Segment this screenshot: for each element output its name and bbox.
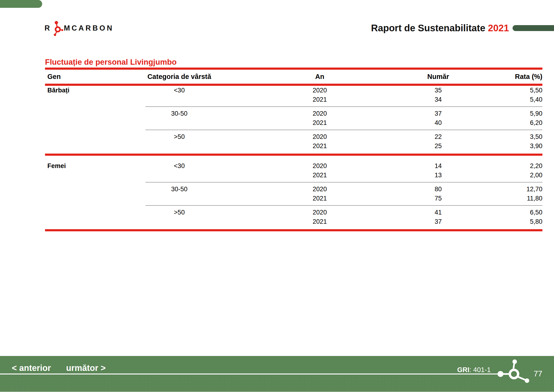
cell-an: 2021 [213, 172, 426, 179]
romcarbon-logo: R MCARBON [45, 20, 114, 36]
column-header-rata: Rata (%) [450, 73, 542, 81]
personnel-fluctuation-table: Fluctuație de personal Livingjumbo Gen C… [45, 58, 542, 231]
table-row: >50 2020 22 3,50 [45, 132, 542, 141]
gri-reference: GRI: 401-1 [457, 366, 491, 374]
column-header-gen: Gen [45, 73, 145, 81]
cell-an: 2021 [213, 142, 426, 150]
cell-an: 2021 [213, 218, 426, 225]
report-page: R MCARBON Raport de Sustenabilitate 2021… [0, 0, 554, 392]
molecule-icon [52, 20, 63, 36]
cell-numar: 13 [426, 172, 450, 179]
cell-category: <30 [145, 87, 213, 94]
table-row: 2021 34 5,40 [45, 95, 542, 104]
table-row: Bărbați <30 2020 35 5,50 [45, 86, 542, 95]
cell-numar: 80 [426, 186, 450, 193]
table-title: Fluctuație de personal Livingjumbo [45, 58, 542, 67]
footer-divider-line [0, 373, 500, 374]
cell-numar: 25 [426, 142, 450, 150]
cell-rata: 5,40 [450, 96, 542, 103]
footer-nav: < anterior următor > [12, 363, 106, 373]
cell-numar: 40 [426, 119, 450, 126]
cell-an: 2020 [213, 110, 426, 117]
header-right: Raport de Sustenabilitate 2021 [371, 22, 554, 34]
page-number: 77 [534, 369, 542, 378]
group-separator [45, 180, 542, 185]
cell-an: 2020 [213, 87, 426, 94]
footer-texture [0, 375, 554, 392]
cell-an: 2021 [213, 96, 426, 103]
cell-category: 30-50 [145, 110, 213, 117]
next-page-link[interactable]: următor > [66, 363, 106, 373]
table-row: 2021 37 5,80 [45, 217, 542, 226]
group-separator [45, 104, 542, 109]
cell-rata: 6,50 [450, 209, 542, 216]
column-header-an: An [213, 73, 426, 81]
cell-an: 2020 [213, 209, 426, 216]
cell-numar: 35 [426, 87, 450, 94]
logo-text-suffix: MCARBON [64, 24, 114, 33]
table-row: 2021 40 6,20 [45, 118, 542, 127]
table-row: 30-50 2020 37 5,90 [45, 109, 542, 118]
gri-label: GRI [457, 366, 470, 373]
cell-rata: 2,00 [450, 172, 542, 179]
table-row: 2021 25 3,90 [45, 141, 542, 151]
cell-gen: Femei [45, 162, 145, 170]
table-header-row: Gen Categoria de vârstă An Număr Rata (%… [45, 70, 542, 84]
cell-category: <30 [145, 162, 213, 170]
table-row: 2021 75 11,80 [45, 194, 542, 203]
cell-numar: 34 [426, 96, 450, 103]
cell-numar: 37 [426, 218, 450, 225]
cell-rata: 5,80 [450, 218, 542, 225]
cell-an: 2021 [213, 119, 426, 126]
report-year: 2021 [488, 23, 509, 33]
footer: < anterior următor > GRI: 401-1 77 [0, 356, 554, 392]
header-right-green-bar [512, 25, 554, 31]
cell-an: 2020 [213, 186, 426, 193]
cell-an: 2020 [213, 133, 426, 140]
cell-numar: 75 [426, 195, 450, 202]
cell-numar: 41 [426, 209, 450, 216]
cell-numar: 37 [426, 110, 450, 117]
cell-category: 30-50 [145, 186, 213, 193]
header-left-green-bar [0, 0, 42, 8]
cell-gen: Bărbați [45, 87, 145, 94]
table-row: >50 2020 41 6,50 [45, 208, 542, 217]
table-row: Femei <30 2020 14 2,20 [45, 161, 542, 171]
cell-rata: 5,90 [450, 110, 542, 117]
table-header-rule [45, 84, 542, 86]
cell-category: >50 [145, 133, 213, 140]
cell-an: 2021 [213, 195, 426, 202]
group-separator [45, 127, 542, 132]
cell-rata: 11,80 [450, 195, 542, 202]
table-row: 2021 13 2,00 [45, 171, 542, 180]
report-title: Raport de Sustenabilitate 2021 [371, 23, 509, 33]
cell-numar: 14 [426, 162, 450, 170]
cell-numar: 22 [426, 133, 450, 140]
molecule-icon [496, 358, 532, 390]
table-bottom-rule [45, 229, 542, 231]
logo-text-prefix: R [45, 24, 51, 33]
group-separator [45, 203, 542, 208]
gri-value: : 401-1 [470, 366, 491, 373]
table-top-rule [45, 68, 542, 70]
table-row: 30-50 2020 80 12,70 [45, 185, 542, 194]
column-header-categoria: Categoria de vârstă [145, 73, 213, 81]
section-divider-rule [45, 154, 542, 156]
cell-rata: 2,20 [450, 162, 542, 170]
cell-category: >50 [145, 209, 213, 216]
cell-rata: 3,90 [450, 142, 542, 150]
cell-rata: 3,50 [450, 133, 542, 140]
column-header-numar: Număr [426, 73, 450, 81]
cell-rata: 6,20 [450, 119, 542, 126]
cell-rata: 12,70 [450, 186, 542, 193]
previous-page-link[interactable]: < anterior [12, 363, 51, 373]
cell-rata: 5,50 [450, 87, 542, 94]
cell-an: 2020 [213, 162, 426, 170]
